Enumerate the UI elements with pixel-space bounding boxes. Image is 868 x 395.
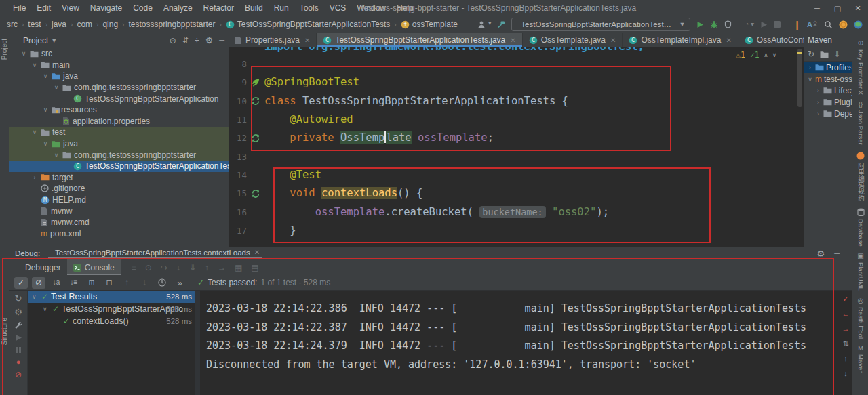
expand-all-icon[interactable]: ⊞ (85, 277, 98, 289)
chevron-icon[interactable]: ∨ (42, 106, 49, 113)
project-tree-item[interactable]: mvnw (9, 205, 229, 217)
chevron-icon[interactable]: ∨ (31, 129, 38, 136)
code-line[interactable]: 14@Test (229, 166, 804, 184)
wrench-icon[interactable] (14, 321, 22, 329)
breadcrumb-item[interactable]: test (26, 20, 42, 29)
more-icon[interactable]: » (173, 277, 186, 289)
mute-red-icon[interactable]: ⊘ (15, 371, 22, 379)
step-into-icon[interactable]: ↓ (176, 264, 180, 272)
chevron-icon[interactable]: ∨ (32, 293, 39, 300)
tool-button-json-parser[interactable]: {}Json Parser (852, 102, 868, 145)
chevron-icon[interactable]: ∨ (43, 306, 50, 312)
prev-failed-icon[interactable]: ↑ (120, 277, 134, 289)
play-disabled-icon[interactable] (760, 21, 768, 28)
profiler-icon[interactable]: ◔ ▾ (745, 21, 754, 28)
prev-issue-icon[interactable]: ∧ (764, 51, 768, 58)
project-tree-item[interactable]: CTestOssSpringBpptStarterApplication (9, 93, 229, 104)
test-tree-item[interactable]: ∨✓Test Results528 ms (28, 291, 195, 303)
close-icon[interactable]: ✕ (610, 37, 616, 44)
chevron-icon[interactable]: ∨ (20, 50, 27, 57)
chevron-icon[interactable]: ∨ (42, 140, 49, 147)
down-icon[interactable]: ↓ (844, 370, 848, 377)
chevron-icon[interactable]: ∨ (807, 76, 813, 83)
chevron-icon[interactable]: › (31, 174, 38, 181)
resume-icon[interactable] (15, 334, 22, 341)
inspection-widget[interactable]: ⚠1 ✓1 ∧ ∨ (736, 50, 776, 60)
run-to-cursor-icon[interactable]: → (218, 264, 226, 272)
project-tree-item[interactable]: CTestOssSpringBpptStarterApplicationTest… (9, 161, 229, 172)
editor-tab[interactable]: COssTemplate.java✕ (523, 33, 623, 47)
gear-icon[interactable]: ⚙ (817, 249, 825, 258)
pause-icon[interactable] (15, 346, 22, 354)
arrow-left-icon[interactable]: ← (842, 310, 850, 318)
project-tree-item[interactable]: mvnw.cmd (9, 217, 229, 228)
download-icon[interactable]: ⇓ (834, 51, 840, 58)
next-failed-icon[interactable]: ↓ (138, 277, 151, 289)
code-line[interactable]: 9@SpringBootTest (229, 73, 804, 91)
sort-alpha-icon[interactable]: ↓a (50, 277, 63, 289)
collapse-all-icon[interactable]: ⊟ (102, 277, 116, 289)
translate-icon[interactable]: A文 (807, 21, 818, 28)
menu-file[interactable]: File (7, 3, 31, 13)
coverage-icon[interactable] (724, 20, 732, 28)
hammer-icon[interactable] (497, 20, 505, 28)
tool-button-key-promoter-x[interactable]: ⊕Key Promoter X (852, 39, 868, 95)
menu-refactor[interactable]: Refactor (198, 3, 239, 13)
maven-tree-item[interactable]: ›Plugins (804, 96, 852, 108)
project-tree-item[interactable]: application.properties (9, 116, 229, 127)
splitter[interactable] (195, 291, 200, 395)
code-line[interactable]: 13 (229, 148, 804, 166)
view-breakpoints-icon[interactable]: ▦ (235, 264, 242, 272)
project-tree-item[interactable]: ∨test (9, 127, 229, 138)
chevron-icon[interactable]: › (807, 64, 813, 71)
mute-breakpoints-icon[interactable]: ▤ (251, 264, 258, 272)
history-icon[interactable] (155, 277, 169, 289)
step-out-icon[interactable]: ↑ (205, 264, 209, 272)
menu-view[interactable]: View (56, 3, 85, 13)
menu-edit[interactable]: Edit (31, 3, 56, 13)
console-output[interactable]: 2023-03-18 22:14:22.386 INFO 14472 --- [… (200, 291, 840, 395)
project-tree-item[interactable]: .gitignore (9, 183, 229, 194)
user-icon[interactable] (477, 20, 486, 28)
tool-button-restfultool[interactable]: ◎RestfulTool (852, 297, 868, 339)
breadcrumb-item[interactable]: fossTemplate (399, 20, 459, 29)
close-icon[interactable]: ✕ (254, 249, 260, 256)
project-tree-item[interactable]: ∨src (9, 48, 229, 60)
chevron-icon[interactable]: › (815, 110, 821, 117)
spring-bean-icon[interactable] (247, 97, 264, 105)
play-icon[interactable] (696, 21, 704, 28)
close-button[interactable]: ✕ (848, 0, 868, 16)
menu-vcs[interactable]: VCS (324, 3, 352, 13)
show-execution-icon[interactable]: ⊙ (145, 264, 152, 272)
debug-tab-debugger[interactable]: Debugger (19, 259, 67, 275)
close-icon[interactable]: ✕ (510, 37, 515, 44)
chevron-icon[interactable]: ∨ (53, 152, 60, 159)
breadcrumb-item[interactable]: qing (101, 20, 119, 29)
spring-leaf-icon[interactable] (247, 79, 264, 87)
test-tree-item[interactable]: ✓contextLoads()528 ms (28, 315, 195, 327)
coin-icon[interactable] (839, 20, 848, 29)
minimize-button[interactable]: ─ (807, 0, 827, 16)
editor-scrollbar[interactable] (797, 47, 803, 247)
arrow-right-icon[interactable]: → (842, 325, 850, 333)
project-tree-item[interactable]: ∨java (9, 138, 229, 150)
leetcode-icon[interactable]: ❙ (793, 20, 801, 29)
layout-icon[interactable]: ≡ (132, 264, 136, 272)
stop-disabled-icon[interactable] (774, 21, 781, 28)
tool-button-database[interactable]: Database (852, 208, 868, 247)
sort-duration-icon[interactable]: ↓≡ (67, 277, 81, 289)
code-editor[interactable]: import org.springframework.boot.test.con… (229, 47, 804, 247)
spring-test-icon[interactable] (247, 190, 264, 198)
code-line[interactable]: 16ossTemplate.createBucket( bucketName: … (229, 203, 804, 222)
maximize-button[interactable]: ▢ (827, 0, 848, 16)
breadcrumb-item[interactable]: testossspringbpptstarter (127, 20, 216, 29)
run-configuration-select[interactable]: TestOssSpringBpptStarterApplicationTests… (511, 18, 690, 31)
editor-tab[interactable]: CTestOssSpringBpptStarterApplicationTest… (317, 33, 522, 47)
step-over-icon[interactable]: ↪ (161, 264, 167, 272)
wrap-icon[interactable]: ⇅ (842, 340, 848, 348)
chevron-icon[interactable]: › (815, 87, 821, 94)
breadcrumb-item[interactable]: com (75, 20, 94, 29)
hide-icon[interactable]: ─ (219, 36, 224, 45)
menu-run[interactable]: Run (269, 3, 294, 13)
close-icon[interactable]: ✕ (726, 37, 731, 44)
